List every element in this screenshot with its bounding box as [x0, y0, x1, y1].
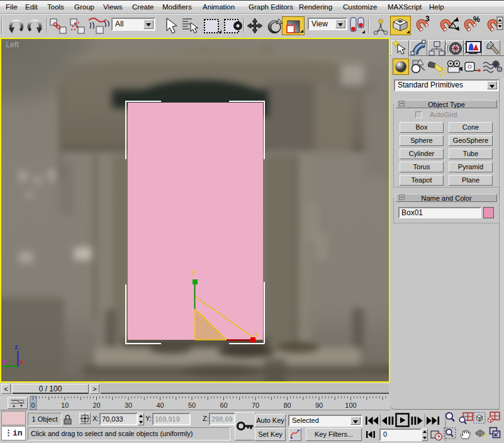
svg-text:y: y — [191, 268, 196, 276]
svg-text:z: z — [14, 343, 18, 350]
svg-text:x: x — [254, 330, 259, 338]
svg-text:y: y — [2, 358, 6, 365]
svg-text:3: 3 — [425, 14, 430, 23]
svg-text:x: x — [20, 359, 23, 366]
svg-text:%: % — [473, 15, 480, 24]
